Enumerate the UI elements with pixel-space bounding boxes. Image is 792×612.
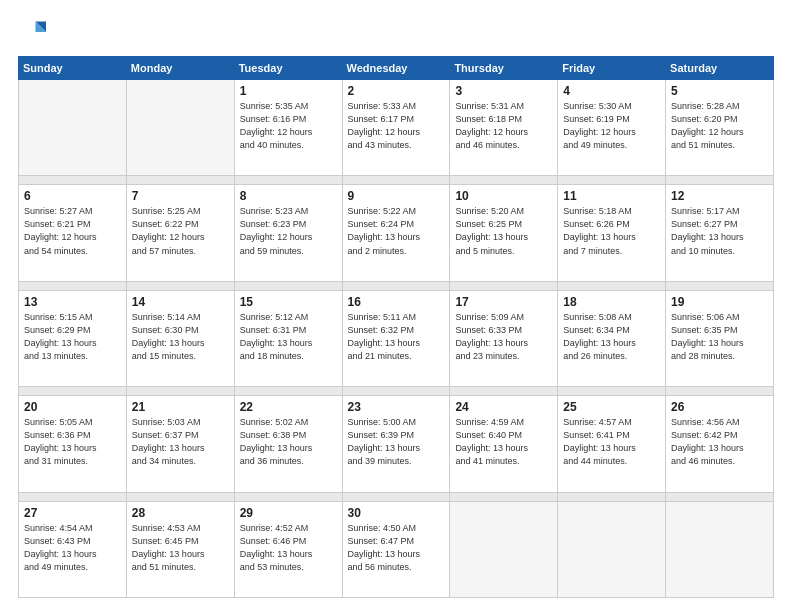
day-info: Sunrise: 4:50 AM Sunset: 6:47 PM Dayligh… [348, 522, 445, 574]
day-number: 12 [671, 189, 768, 203]
calendar-day-cell: 22Sunrise: 5:02 AM Sunset: 6:38 PM Dayli… [234, 396, 342, 492]
calendar-day-cell: 26Sunrise: 4:56 AM Sunset: 6:42 PM Dayli… [666, 396, 774, 492]
calendar-table: SundayMondayTuesdayWednesdayThursdayFrid… [18, 56, 774, 598]
calendar-week-row: 27Sunrise: 4:54 AM Sunset: 6:43 PM Dayli… [19, 501, 774, 597]
day-number: 25 [563, 400, 660, 414]
day-number: 27 [24, 506, 121, 520]
day-info: Sunrise: 5:31 AM Sunset: 6:18 PM Dayligh… [455, 100, 552, 152]
day-of-week-header: Thursday [450, 57, 558, 80]
day-number: 6 [24, 189, 121, 203]
calendar-day-cell [450, 501, 558, 597]
calendar-day-cell: 23Sunrise: 5:00 AM Sunset: 6:39 PM Dayli… [342, 396, 450, 492]
day-info: Sunrise: 5:05 AM Sunset: 6:36 PM Dayligh… [24, 416, 121, 468]
day-number: 5 [671, 84, 768, 98]
calendar-day-cell: 18Sunrise: 5:08 AM Sunset: 6:34 PM Dayli… [558, 290, 666, 386]
day-of-week-header: Tuesday [234, 57, 342, 80]
calendar-day-cell: 10Sunrise: 5:20 AM Sunset: 6:25 PM Dayli… [450, 185, 558, 281]
day-info: Sunrise: 5:28 AM Sunset: 6:20 PM Dayligh… [671, 100, 768, 152]
day-info: Sunrise: 4:57 AM Sunset: 6:41 PM Dayligh… [563, 416, 660, 468]
day-number: 10 [455, 189, 552, 203]
day-number: 30 [348, 506, 445, 520]
day-number: 20 [24, 400, 121, 414]
calendar-day-cell: 11Sunrise: 5:18 AM Sunset: 6:26 PM Dayli… [558, 185, 666, 281]
calendar-day-cell: 25Sunrise: 4:57 AM Sunset: 6:41 PM Dayli… [558, 396, 666, 492]
day-info: Sunrise: 5:27 AM Sunset: 6:21 PM Dayligh… [24, 205, 121, 257]
day-of-week-header: Wednesday [342, 57, 450, 80]
day-number: 14 [132, 295, 229, 309]
calendar-day-cell: 12Sunrise: 5:17 AM Sunset: 6:27 PM Dayli… [666, 185, 774, 281]
day-info: Sunrise: 5:14 AM Sunset: 6:30 PM Dayligh… [132, 311, 229, 363]
day-info: Sunrise: 5:18 AM Sunset: 6:26 PM Dayligh… [563, 205, 660, 257]
day-of-week-header: Monday [126, 57, 234, 80]
day-info: Sunrise: 5:12 AM Sunset: 6:31 PM Dayligh… [240, 311, 337, 363]
day-info: Sunrise: 5:03 AM Sunset: 6:37 PM Dayligh… [132, 416, 229, 468]
calendar-day-cell [558, 501, 666, 597]
day-info: Sunrise: 5:06 AM Sunset: 6:35 PM Dayligh… [671, 311, 768, 363]
day-number: 4 [563, 84, 660, 98]
calendar-page: SundayMondayTuesdayWednesdayThursdayFrid… [0, 0, 792, 612]
calendar-day-cell: 6Sunrise: 5:27 AM Sunset: 6:21 PM Daylig… [19, 185, 127, 281]
day-number: 28 [132, 506, 229, 520]
day-number: 9 [348, 189, 445, 203]
day-number: 19 [671, 295, 768, 309]
day-number: 21 [132, 400, 229, 414]
day-info: Sunrise: 4:59 AM Sunset: 6:40 PM Dayligh… [455, 416, 552, 468]
day-info: Sunrise: 4:54 AM Sunset: 6:43 PM Dayligh… [24, 522, 121, 574]
day-number: 1 [240, 84, 337, 98]
day-number: 29 [240, 506, 337, 520]
calendar-header: SundayMondayTuesdayWednesdayThursdayFrid… [19, 57, 774, 80]
day-info: Sunrise: 4:56 AM Sunset: 6:42 PM Dayligh… [671, 416, 768, 468]
day-info: Sunrise: 4:52 AM Sunset: 6:46 PM Dayligh… [240, 522, 337, 574]
week-divider [19, 387, 774, 396]
calendar-day-cell: 14Sunrise: 5:14 AM Sunset: 6:30 PM Dayli… [126, 290, 234, 386]
day-of-week-header: Friday [558, 57, 666, 80]
day-info: Sunrise: 5:09 AM Sunset: 6:33 PM Dayligh… [455, 311, 552, 363]
calendar-week-row: 13Sunrise: 5:15 AM Sunset: 6:29 PM Dayli… [19, 290, 774, 386]
day-number: 17 [455, 295, 552, 309]
day-number: 18 [563, 295, 660, 309]
calendar-day-cell: 21Sunrise: 5:03 AM Sunset: 6:37 PM Dayli… [126, 396, 234, 492]
calendar-day-cell: 5Sunrise: 5:28 AM Sunset: 6:20 PM Daylig… [666, 80, 774, 176]
calendar-day-cell: 29Sunrise: 4:52 AM Sunset: 6:46 PM Dayli… [234, 501, 342, 597]
day-number: 2 [348, 84, 445, 98]
calendar-week-row: 6Sunrise: 5:27 AM Sunset: 6:21 PM Daylig… [19, 185, 774, 281]
week-divider [19, 281, 774, 290]
calendar-day-cell: 3Sunrise: 5:31 AM Sunset: 6:18 PM Daylig… [450, 80, 558, 176]
calendar-week-row: 1Sunrise: 5:35 AM Sunset: 6:16 PM Daylig… [19, 80, 774, 176]
day-of-week-header: Sunday [19, 57, 127, 80]
logo-icon [18, 18, 46, 46]
day-info: Sunrise: 5:08 AM Sunset: 6:34 PM Dayligh… [563, 311, 660, 363]
day-number: 24 [455, 400, 552, 414]
calendar-day-cell: 2Sunrise: 5:33 AM Sunset: 6:17 PM Daylig… [342, 80, 450, 176]
day-number: 13 [24, 295, 121, 309]
day-of-week-header: Saturday [666, 57, 774, 80]
calendar-day-cell [19, 80, 127, 176]
calendar-day-cell [126, 80, 234, 176]
day-header-row: SundayMondayTuesdayWednesdayThursdayFrid… [19, 57, 774, 80]
day-info: Sunrise: 5:17 AM Sunset: 6:27 PM Dayligh… [671, 205, 768, 257]
day-number: 16 [348, 295, 445, 309]
day-info: Sunrise: 5:00 AM Sunset: 6:39 PM Dayligh… [348, 416, 445, 468]
day-info: Sunrise: 5:35 AM Sunset: 6:16 PM Dayligh… [240, 100, 337, 152]
calendar-day-cell: 30Sunrise: 4:50 AM Sunset: 6:47 PM Dayli… [342, 501, 450, 597]
calendar-body: 1Sunrise: 5:35 AM Sunset: 6:16 PM Daylig… [19, 80, 774, 598]
week-divider [19, 176, 774, 185]
calendar-day-cell [666, 501, 774, 597]
day-number: 26 [671, 400, 768, 414]
calendar-day-cell: 8Sunrise: 5:23 AM Sunset: 6:23 PM Daylig… [234, 185, 342, 281]
calendar-day-cell: 15Sunrise: 5:12 AM Sunset: 6:31 PM Dayli… [234, 290, 342, 386]
calendar-day-cell: 4Sunrise: 5:30 AM Sunset: 6:19 PM Daylig… [558, 80, 666, 176]
calendar-day-cell: 19Sunrise: 5:06 AM Sunset: 6:35 PM Dayli… [666, 290, 774, 386]
calendar-day-cell: 27Sunrise: 4:54 AM Sunset: 6:43 PM Dayli… [19, 501, 127, 597]
day-number: 8 [240, 189, 337, 203]
day-number: 11 [563, 189, 660, 203]
calendar-day-cell: 13Sunrise: 5:15 AM Sunset: 6:29 PM Dayli… [19, 290, 127, 386]
day-number: 3 [455, 84, 552, 98]
day-number: 7 [132, 189, 229, 203]
day-info: Sunrise: 5:20 AM Sunset: 6:25 PM Dayligh… [455, 205, 552, 257]
day-info: Sunrise: 5:22 AM Sunset: 6:24 PM Dayligh… [348, 205, 445, 257]
header [18, 18, 774, 46]
day-info: Sunrise: 5:25 AM Sunset: 6:22 PM Dayligh… [132, 205, 229, 257]
calendar-day-cell: 28Sunrise: 4:53 AM Sunset: 6:45 PM Dayli… [126, 501, 234, 597]
calendar-day-cell: 7Sunrise: 5:25 AM Sunset: 6:22 PM Daylig… [126, 185, 234, 281]
